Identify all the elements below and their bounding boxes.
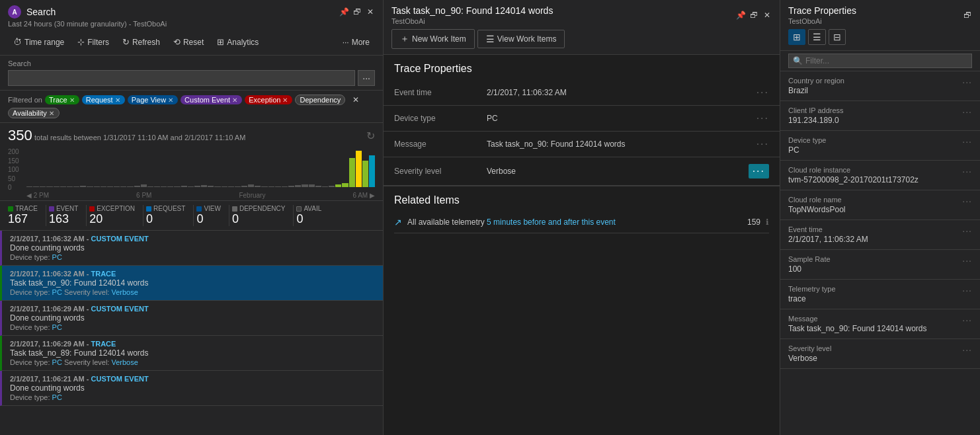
filter-tag-trace[interactable]: Trace ✕: [45, 95, 79, 104]
list-item[interactable]: 2/1/2017, 11:06:32 AM - TRACE Task task_…: [0, 266, 383, 301]
reset-button[interactable]: ⟲ Reset: [168, 34, 209, 50]
prop-more-event-time[interactable]: ···: [756, 87, 769, 99]
chart-bar: [40, 186, 46, 187]
related-title: Related Items: [394, 194, 769, 206]
prop-list-more-cloud-role-instance[interactable]: ···: [962, 166, 972, 177]
filter-tag-pageview[interactable]: Page View ✕: [128, 95, 178, 104]
filter-tag-x-button[interactable]: ✕: [352, 95, 360, 104]
prop-more-severity[interactable]: ···: [749, 164, 769, 178]
event-message: Task task_no_90: Found 124014 words: [10, 278, 375, 288]
filter-tag-dependency[interactable]: Dependency: [295, 95, 345, 105]
view-label: VIEW: [204, 205, 221, 212]
stat-event: EVENT 163: [49, 205, 87, 226]
filter-tag-availability[interactable]: Availability ✕: [8, 108, 60, 118]
middle-toolbar: ＋ New Work Item ☰ View Work Items: [391, 25, 772, 52]
chart-bar: [67, 186, 73, 187]
prop-device-type: Device type PC ···: [384, 106, 780, 132]
prop-list-value-message: Task task_no_90: Found 124014 words: [788, 324, 926, 333]
prop-list-item-country: Country or region Brazil ···: [780, 71, 980, 101]
right-maximize-button[interactable]: 🗗: [963, 11, 972, 20]
grid-view-button[interactable]: ⊟: [829, 29, 846, 45]
refresh-icon: ↻: [122, 37, 130, 47]
middle-close-button[interactable]: ✕: [762, 11, 772, 20]
results-refresh-icon[interactable]: ↻: [366, 130, 375, 142]
related-section: Related Items ↗ All available telemetry …: [384, 186, 780, 239]
stat-view: VIEW 0: [196, 205, 229, 226]
middle-pin-button[interactable]: 📌: [736, 11, 745, 20]
prop-message: Message Task task_no_90: Found 124014 wo…: [384, 132, 780, 157]
prop-list-more-cloud-role-name[interactable]: ···: [962, 196, 972, 206]
filter-input[interactable]: [805, 56, 967, 65]
filter-tag-request-close[interactable]: ✕: [114, 97, 121, 104]
chart-bar: [309, 184, 315, 187]
y-label-100: 100: [8, 166, 19, 173]
prop-list-more-telemetry-type[interactable]: ···: [962, 285, 972, 296]
prop-list-value-telemetry-type: trace: [788, 294, 836, 303]
prop-list-more-device-type[interactable]: ···: [962, 136, 972, 147]
pin-button[interactable]: 📌: [339, 7, 348, 17]
filter-tag-trace-label: Trace: [49, 96, 67, 104]
prop-list-more-country[interactable]: ···: [962, 77, 972, 87]
event-timestamp: 2/1/2017, 11:06:29 AM - TRACE: [10, 340, 375, 348]
filter-input-row: 🔍: [780, 51, 980, 71]
prop-list-more-client-ip[interactable]: ···: [962, 106, 972, 117]
filter-tag-trace-close[interactable]: ✕: [69, 97, 75, 104]
chart-bar: [295, 185, 301, 187]
search-input[interactable]: [8, 70, 355, 86]
maximize-button[interactable]: 🗗: [352, 7, 362, 17]
prop-more-message[interactable]: ···: [756, 138, 769, 150]
avail-value: 0: [296, 212, 321, 226]
close-button[interactable]: ✕: [366, 7, 375, 17]
prop-list-value-device-type: PC: [788, 145, 826, 155]
chart-bar: [107, 186, 113, 187]
view-work-items-button[interactable]: ☰ View Work Items: [477, 30, 565, 48]
list-item[interactable]: 2/1/2017, 11:06:29 AM - TRACE Task task_…: [0, 336, 383, 371]
filter-tag-customevent[interactable]: Custom Event ✕: [181, 95, 242, 104]
prop-list-more-event-time[interactable]: ···: [962, 225, 972, 236]
filter-tag-request[interactable]: Request ✕: [82, 95, 125, 104]
prop-list-more-severity[interactable]: ···: [962, 344, 972, 355]
request-value: 0: [146, 212, 185, 226]
properties-view-button[interactable]: ⊞: [788, 29, 805, 45]
chart-bars: [26, 151, 375, 187]
avail-dot: [296, 206, 302, 212]
chart-bar: [181, 186, 187, 187]
filter-tag-availability-close[interactable]: ✕: [48, 110, 55, 117]
more-button[interactable]: ··· More: [337, 35, 375, 50]
results-description: total results between 1/31/2017 11:10 AM…: [34, 134, 245, 141]
list-item[interactable]: 2/1/2017, 11:06:32 AM - CUSTOM EVENT Don…: [0, 231, 383, 266]
filter-tag-customevent-close[interactable]: ✕: [231, 97, 238, 104]
filter-tag-exception[interactable]: Exception ✕: [245, 95, 292, 104]
prop-list-more-sample-rate[interactable]: ···: [962, 255, 972, 266]
prop-list-value-country: Brazil: [788, 86, 844, 95]
search-options-button[interactable]: ···: [358, 70, 375, 86]
list-item[interactable]: 2/1/2017, 11:06:21 AM - CUSTOM EVENT Don…: [0, 371, 383, 406]
prop-list-more-message[interactable]: ···: [962, 315, 972, 325]
x-label-2pm: ◀ 2 PM: [26, 192, 49, 199]
filter-tag-pageview-close[interactable]: ✕: [167, 97, 174, 104]
related-item[interactable]: ↗ All available telemetry 5 minutes befo…: [394, 212, 769, 233]
list-item[interactable]: 2/1/2017, 11:06:29 AM - CUSTOM EVENT Don…: [0, 301, 383, 336]
new-work-item-button[interactable]: ＋ New Work Item: [391, 29, 475, 49]
reset-label: Reset: [183, 38, 204, 47]
filter-label: Filtered on: [8, 96, 42, 104]
prop-more-device-type[interactable]: ···: [756, 112, 769, 124]
chart-x-labels: ◀ 2 PM 6 PM February 6 AM ▶: [26, 192, 375, 199]
prop-list-key-cloud-role-name: Cloud role name: [788, 196, 845, 204]
left-panel-header: A Search 📌 🗗 ✕ Last 24 hours (30 minute …: [0, 0, 383, 56]
prop-value-message: Task task_no_90: Found 124014 words: [487, 139, 756, 149]
chart-bar: [322, 186, 328, 187]
stats-row: TRACE 167 EVENT 163 EXCEPTION 20 REQUEST…: [0, 201, 383, 231]
time-range-button[interactable]: ⏱ Time range: [8, 34, 69, 50]
event-meta: Device type: PC Severity level: Verbose: [10, 358, 375, 366]
filter-tag-exception-close[interactable]: ✕: [282, 97, 288, 104]
filter-input-box[interactable]: 🔍: [788, 54, 972, 68]
list-view-button[interactable]: ☰: [808, 29, 826, 45]
prop-key-message: Message: [394, 139, 487, 149]
refresh-button[interactable]: ↻ Refresh: [117, 34, 165, 50]
analytics-button[interactable]: ⊞ Analytics: [212, 34, 264, 50]
middle-maximize-button[interactable]: 🗗: [749, 11, 758, 20]
prop-list-key-client-ip: Client IP address: [788, 106, 844, 114]
chart-bar: [228, 186, 234, 187]
filters-button[interactable]: ⊹ Filters: [72, 34, 114, 50]
